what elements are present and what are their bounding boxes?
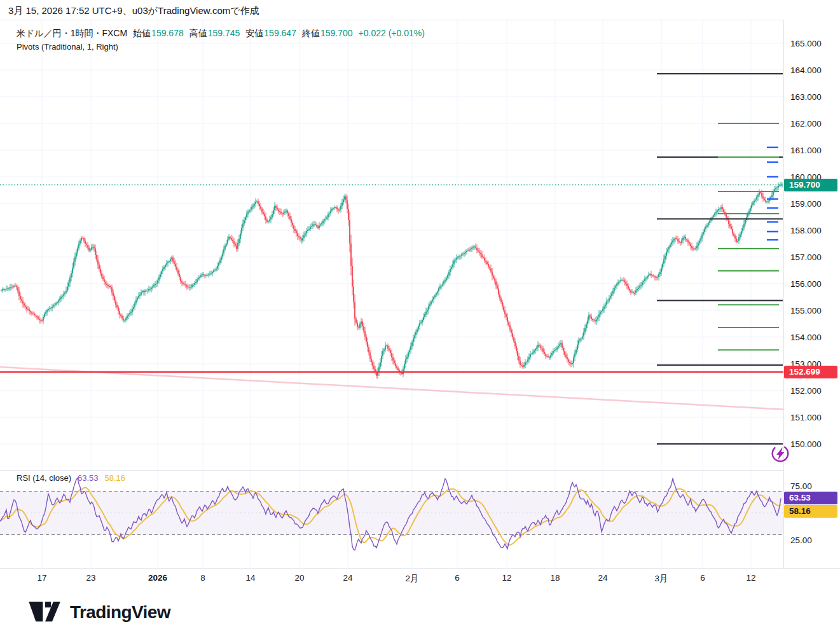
symbol-legend[interactable]: 米ドル／円・1時間・FXCM 始値159.678 高値159.745 安値159… — [17, 28, 425, 39]
time-tick-label: 17 — [37, 573, 46, 583]
change-value: +0.022 (+0.01%) — [359, 28, 425, 38]
price-tick-label: 154.000 — [790, 333, 822, 342]
price-tick-label: 157.000 — [790, 252, 822, 262]
time-tick-label: 8 — [200, 573, 205, 583]
price-tick-label: 165.000 — [790, 39, 822, 48]
lightning-icon — [770, 443, 790, 464]
symbol-title[interactable]: 米ドル／円・1時間・FXCM — [17, 28, 127, 39]
time-tick-label: 23 — [86, 573, 95, 583]
close-pair: 終値159.700 — [302, 28, 353, 39]
rsi-pane-canvas[interactable] — [0, 471, 783, 568]
support-price-badge: 152.699 — [784, 366, 837, 378]
rsi-tick-label: 25.00 — [790, 536, 812, 545]
rsi-title[interactable]: RSI (14, close) — [17, 473, 71, 483]
rsi-value-badge: 63.53 — [784, 492, 837, 504]
time-tick-label: 6 — [700, 573, 705, 583]
attribution-text: 3月 15, 2026 17:52 UTC+9、u03がTradingView.… — [8, 5, 259, 17]
price-tick-label: 164.000 — [790, 66, 822, 75]
price-tick-label: 151.000 — [790, 413, 822, 422]
flash-boost-button[interactable] — [770, 443, 790, 464]
pane-separator[interactable] — [0, 470, 840, 471]
time-tick-label: 20 — [294, 573, 304, 583]
tradingview-logo-text: TradingView — [70, 602, 170, 623]
time-tick-label: 18 — [550, 573, 560, 583]
time-axis[interactable]: 1723202681420242月61218243月612 — [0, 568, 840, 592]
price-tick-label: 152.000 — [790, 386, 822, 396]
close-value: 159.700 — [320, 28, 353, 39]
indicator-legend-pivots[interactable]: Pivots (Traditional, 1, Right) — [17, 42, 118, 52]
open-pair: 始値159.678 — [133, 28, 184, 39]
rsi-ma-value-badge: 58.16 — [784, 505, 837, 518]
time-tick-label: 3月 — [654, 573, 668, 584]
price-tick-label: 162.000 — [790, 119, 822, 128]
time-tick-label: 14 — [245, 573, 255, 583]
low-pair: 安値159.647 — [245, 28, 296, 39]
price-pane-canvas[interactable] — [0, 20, 783, 470]
price-tick-label: 163.000 — [790, 92, 822, 102]
tradingview-logo-icon — [29, 602, 62, 623]
time-tick-label: 12 — [746, 573, 755, 583]
time-tick-label: 6 — [455, 573, 460, 583]
indicator-legend-rsi[interactable]: RSI (14, close) 63.53 58.16 — [17, 473, 125, 483]
rsi-value: 63.53 — [78, 473, 99, 483]
time-tick-label: 24 — [598, 573, 607, 583]
time-tick-label: 2026 — [148, 573, 167, 583]
time-tick-label: 12 — [502, 573, 511, 583]
price-axis[interactable]: 165.000164.000163.000162.000161.000160.0… — [784, 20, 840, 568]
price-tick-label: 161.000 — [790, 146, 822, 155]
price-tick-label: 159.000 — [790, 199, 822, 209]
tradingview-logo[interactable]: TradingView — [29, 602, 170, 623]
high-pair: 高値159.745 — [189, 28, 240, 39]
open-value: 159.678 — [151, 28, 184, 39]
time-tick-label: 24 — [343, 573, 352, 583]
price-tick-label: 150.000 — [790, 439, 822, 449]
rsi-ma-value: 58.16 — [105, 473, 126, 483]
price-tick-label: 155.000 — [790, 306, 822, 315]
price-tick-label: 158.000 — [790, 226, 822, 235]
rsi-tick-label: 75.00 — [790, 481, 812, 491]
low-value: 159.647 — [264, 28, 296, 39]
current-price-badge: 159.700 — [784, 179, 837, 191]
tradingview-chart-page: 3月 15, 2026 17:52 UTC+9、u03がTradingView.… — [0, 0, 840, 636]
time-tick-label: 2月 — [405, 573, 418, 584]
price-tick-label: 156.000 — [790, 279, 822, 289]
high-value: 159.745 — [208, 28, 240, 39]
